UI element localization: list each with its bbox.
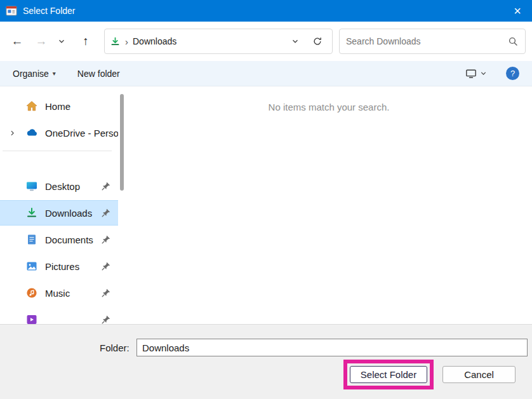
dialog-body: Home OneDrive - Perso Desktop [0,86,532,324]
navigation-bar: ← → ↑ › Downloads [0,22,532,61]
breadcrumb-chevron-icon: › [125,36,128,47]
address-dropdown-icon[interactable] [287,32,303,51]
dialog-footer: Folder: Select Folder Cancel [0,324,532,399]
pictures-icon [25,260,38,273]
app-icon [6,5,17,17]
sidebar-item-pictures[interactable]: Pictures [0,254,118,278]
sidebar-item-videos-partial[interactable] [0,308,118,324]
address-bar[interactable]: › Downloads [104,29,333,54]
scrollbar-thumb[interactable] [120,94,124,191]
forward-button[interactable]: → [29,29,53,53]
titlebar: Select Folder × [0,0,532,22]
history-chevron-icon[interactable] [53,29,70,53]
sidebar-item-label: Documents [45,234,93,245]
back-button[interactable]: ← [5,29,29,53]
pin-icon [101,261,111,271]
view-options-button[interactable] [465,68,487,79]
expand-chevron-icon[interactable] [9,130,25,137]
monitor-icon [465,68,477,79]
sidebar-item-label: Music [45,288,70,299]
downloads-icon [25,206,38,219]
sidebar-item-desktop[interactable]: Desktop [0,174,118,198]
organise-button[interactable]: Organise ▾ [13,69,56,79]
select-folder-button[interactable]: Select Folder [350,366,427,383]
search-box [339,29,526,54]
sidebar-item-downloads[interactable]: Downloads [0,201,118,225]
file-list-pane[interactable]: No items match your search. [126,86,532,324]
view-options-chevron-icon [480,70,487,77]
help-button[interactable]: ? [506,67,519,80]
refresh-icon[interactable] [308,32,327,51]
sidebar-item-label: Downloads [45,208,92,219]
pin-icon [101,181,111,191]
pin-icon [101,288,111,298]
new-folder-label: New folder [77,69,120,79]
onedrive-icon [25,126,38,139]
search-icon[interactable] [508,36,519,47]
documents-icon [25,233,38,246]
window-title: Select Folder [23,6,75,16]
organise-caret-icon: ▾ [53,70,56,77]
new-folder-button[interactable]: New folder [77,69,120,79]
pin-icon [101,234,111,245]
sidebar-item-label: Pictures [45,261,79,272]
downloads-location-icon [110,36,121,47]
videos-icon [25,313,38,324]
close-button[interactable]: × [503,0,532,22]
sidebar-item-home[interactable]: Home [0,94,118,118]
breadcrumb-location[interactable]: Downloads [133,36,176,46]
home-icon [25,100,38,112]
search-input[interactable] [346,36,508,46]
folder-label: Folder: [100,342,130,353]
sidebar-separator [3,151,112,151]
empty-state-message: No items match your search. [126,102,532,112]
annotation-highlight-box: Select Folder [343,360,434,389]
sidebar-item-label: Home [45,101,70,112]
folder-name-input[interactable] [136,339,528,356]
select-folder-dialog: Select Folder × ← → ↑ › Downloads [0,0,532,399]
sidebar-item-label: OneDrive - Perso [45,128,118,139]
music-icon [25,287,38,299]
desktop-icon [25,180,38,193]
navigation-pane: Home OneDrive - Perso Desktop [0,86,118,324]
organise-label: Organise [13,69,49,79]
command-toolbar: Organise ▾ New folder ? [0,61,532,86]
sidebar-scrollbar[interactable] [118,86,126,324]
sidebar-item-onedrive[interactable]: OneDrive - Perso [0,121,118,145]
pin-icon [101,208,111,218]
up-button[interactable]: ↑ [74,29,98,53]
sidebar-item-documents[interactable]: Documents [0,227,118,252]
cancel-button[interactable]: Cancel [442,366,515,383]
sidebar-item-music[interactable]: Music [0,281,118,305]
sidebar-item-label: Desktop [45,181,80,192]
toolbar-right: ? [465,67,519,80]
pin-icon [101,314,111,324]
